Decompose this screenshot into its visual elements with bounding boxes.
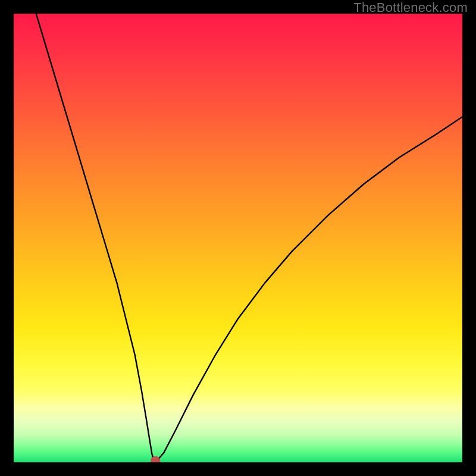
plot-area bbox=[14, 14, 462, 462]
chart-canvas: TheBottleneck.com bbox=[0, 0, 476, 476]
bottleneck-curve bbox=[36, 14, 462, 461]
watermark-text: TheBottleneck.com bbox=[353, 0, 468, 15]
curve-layer bbox=[14, 14, 462, 462]
